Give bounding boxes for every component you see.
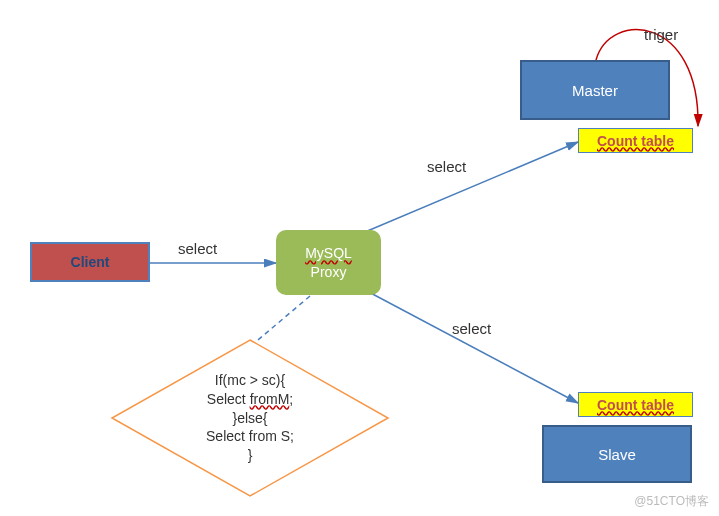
label-proxy-slave: select xyxy=(452,320,491,337)
master-label: Master xyxy=(572,82,618,99)
decision-line1: If(mc > sc){ xyxy=(215,371,285,390)
label-client-proxy: select xyxy=(178,240,217,257)
decision-line2: Select fromM; xyxy=(207,390,293,409)
label-trigger: triger xyxy=(644,26,678,43)
node-count-table-master: Count table xyxy=(578,128,693,153)
node-master: Master xyxy=(520,60,670,120)
decision-line4: Select from S; xyxy=(206,427,294,446)
proxy-label-line2: Proxy xyxy=(311,264,347,280)
edge-proxy-slave xyxy=(365,290,578,403)
decision-line5: } xyxy=(248,446,253,465)
node-decision: If(mc > sc){ Select fromM; }else{ Select… xyxy=(110,338,390,498)
proxy-label-line1: MySQL xyxy=(305,245,352,261)
edge-proxy-master xyxy=(365,142,578,232)
count-table-master-label: Count table xyxy=(597,133,674,149)
node-mysql-proxy: MySQL Proxy xyxy=(276,230,381,295)
slave-label: Slave xyxy=(598,446,636,463)
node-client: Client xyxy=(30,242,150,282)
decision-line3: }else{ xyxy=(232,409,267,428)
client-label: Client xyxy=(71,254,110,270)
node-count-table-slave: Count table xyxy=(578,392,693,417)
node-slave: Slave xyxy=(542,425,692,483)
count-table-slave-label: Count table xyxy=(597,397,674,413)
label-proxy-master: select xyxy=(427,158,466,175)
decision-text: If(mc > sc){ Select fromM; }else{ Select… xyxy=(110,338,390,498)
watermark: @51CTO博客 xyxy=(634,493,709,510)
